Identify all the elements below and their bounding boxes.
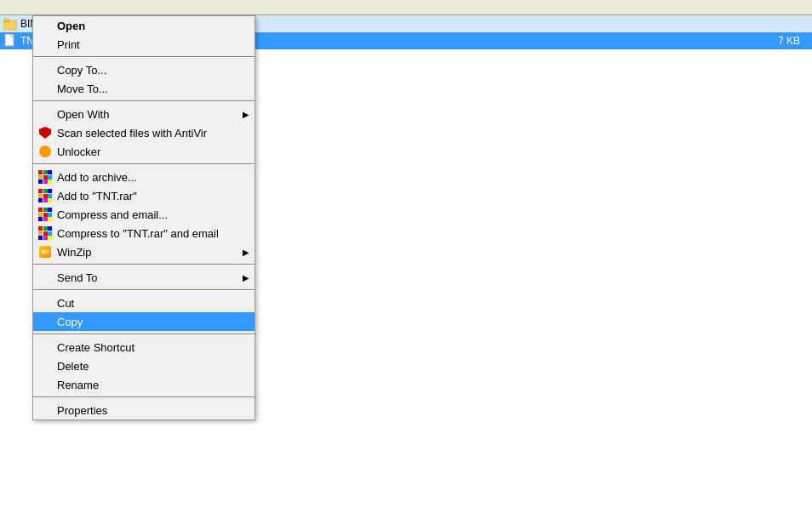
rar-icon	[38, 189, 52, 202]
context-menu-item-cut[interactable]: Cut	[33, 294, 254, 312]
context-menu-item-copy-to[interactable]: Copy To...	[33, 60, 254, 79]
context-menu-label-copy-to: Copy To...	[57, 64, 106, 77]
context-menu-label-compress-email: Compress and email...	[57, 208, 168, 221]
context-menu-item-open-with[interactable]: Open With▶	[33, 105, 254, 123]
context-menu-separator-after-move-to	[33, 100, 254, 102]
context-menu-label-move-to: Move To...	[57, 83, 108, 95]
context-menu-item-rename[interactable]: Rename	[33, 375, 254, 394]
context-menu-label-compress-tnt-email: Compress to "TNT.rar" and email	[57, 227, 219, 240]
context-menu-item-send-to[interactable]: Send To▶	[33, 268, 254, 287]
file-icon-tnt-nfo	[3, 34, 17, 48]
context-menu: OpenPrintCopy To...Move To...Open With▶S…	[32, 15, 255, 420]
context-menu-separator-after-send-to	[33, 289, 254, 291]
winzip-icon: WZ	[38, 245, 52, 259]
context-menu-label-cut: Cut	[57, 297, 74, 310]
context-menu-label-create-shortcut: Create Shortcut	[57, 341, 134, 354]
context-menu-separator-after-copy	[33, 334, 254, 335]
context-menu-item-print[interactable]: Print	[33, 35, 254, 54]
context-menu-item-compress-email[interactable]: Compress and email...	[33, 205, 254, 224]
rar-icon	[38, 170, 52, 184]
context-menu-label-print: Print	[57, 38, 80, 51]
context-menu-item-add-tnt-rar[interactable]: Add to "TNT.rar"	[33, 186, 254, 205]
context-menu-item-compress-tnt-email[interactable]: Compress to "TNT.rar" and email	[33, 224, 254, 242]
context-menu-item-add-archive[interactable]: Add to archive...	[33, 168, 254, 186]
context-menu-label-add-archive: Add to archive...	[57, 171, 137, 184]
context-menu-label-unlocker: Unlocker	[57, 145, 100, 158]
context-menu-separator-sep2	[33, 163, 254, 165]
context-menu-separator-sep1	[33, 56, 254, 58]
context-menu-item-create-shortcut[interactable]: Create Shortcut	[33, 338, 254, 356]
rar-icon	[38, 208, 52, 221]
context-menu-item-open[interactable]: Open	[33, 16, 254, 35]
rar-icon	[38, 226, 52, 240]
submenu-arrow-winzip: ▶	[243, 248, 249, 257]
scan-icon	[38, 126, 52, 140]
context-menu-label-winzip: WinZip	[57, 246, 91, 259]
submenu-arrow-open-with: ▶	[243, 110, 249, 119]
context-menu-label-copy: Copy	[57, 316, 83, 328]
context-menu-label-add-tnt-rar: Add to "TNT.rar"	[57, 190, 137, 202]
context-menu-label-delete: Delete	[57, 360, 89, 373]
context-menu-separator-after-rename	[33, 396, 254, 398]
context-menu-label-open-with: Open With	[57, 108, 109, 121]
context-menu-item-scan[interactable]: Scan selected files with AntiVir	[33, 123, 254, 142]
context-menu-item-properties[interactable]: Properties	[33, 401, 254, 419]
context-menu-label-send-to: Send To	[57, 271, 97, 284]
svg-rect-2	[3, 19, 9, 21]
context-menu-separator-after-winzip	[33, 264, 254, 265]
file-size-tnt-nfo: 7 KB	[778, 35, 809, 47]
context-menu-label-rename: Rename	[57, 379, 99, 391]
context-menu-item-unlocker[interactable]: Unlocker	[33, 142, 254, 161]
context-menu-item-delete[interactable]: Delete	[33, 356, 254, 375]
context-menu-label-open: Open	[57, 20, 85, 32]
top-bar	[0, 0, 812, 15]
context-menu-item-copy[interactable]: Copy	[33, 312, 254, 331]
folder-icon-bin	[3, 17, 17, 31]
svg-rect-3	[5, 34, 14, 46]
context-menu-label-properties: Properties	[57, 404, 107, 417]
context-menu-item-winzip[interactable]: WZWinZip▶	[33, 242, 254, 261]
context-menu-label-scan: Scan selected files with AntiVir	[57, 127, 207, 140]
submenu-arrow-send-to: ▶	[243, 273, 249, 282]
context-menu-item-move-to[interactable]: Move To...	[33, 79, 254, 98]
unlocker-icon	[38, 145, 52, 158]
